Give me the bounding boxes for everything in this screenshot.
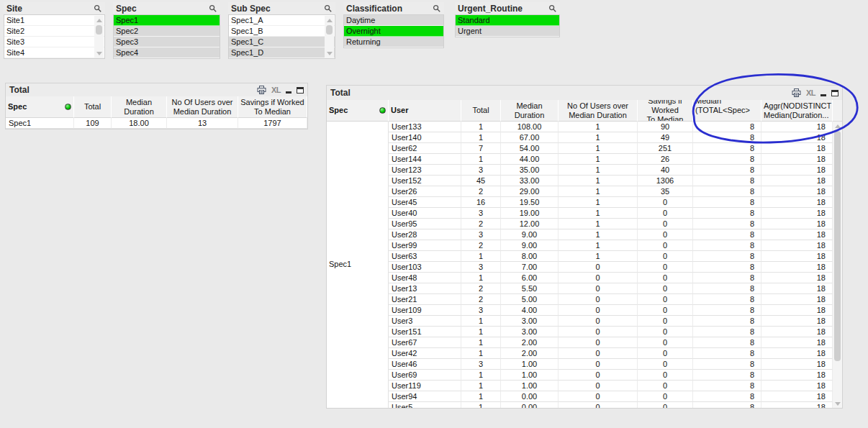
value-cell[interactable]: 19.00 [501,208,559,219]
value-cell[interactable]: 54.00 [501,143,559,154]
value-cell[interactable]: 3 [461,165,501,176]
value-cell[interactable]: 0 [559,337,638,348]
summary-cell[interactable]: 109 [74,118,112,129]
value-cell[interactable]: 8 [693,316,761,327]
value-cell[interactable]: 8 [693,240,761,251]
column-header[interactable]: Median Duration [501,100,559,122]
listbox-item-Overnight[interactable]: Overnight [344,26,443,37]
value-cell[interactable]: 108.00 [501,122,559,132]
value-cell[interactable]: 18 [761,283,833,294]
search-icon[interactable] [209,4,217,13]
user-cell[interactable]: User45 [389,197,461,208]
value-cell[interactable]: 0 [559,262,638,273]
user-cell[interactable]: User40 [389,208,461,219]
value-cell[interactable]: 251 [638,143,693,154]
search-icon[interactable] [548,4,557,13]
value-cell[interactable]: 90 [638,122,693,132]
value-cell[interactable]: 8 [693,359,761,370]
value-cell[interactable]: 3.00 [501,316,559,327]
listbox-item-Spec1_B[interactable]: Spec1_B [229,26,335,37]
value-cell[interactable]: 3 [461,229,501,240]
value-cell[interactable]: 8 [693,283,761,294]
value-cell[interactable]: 0 [559,327,638,337]
value-cell[interactable]: 29.00 [501,186,559,197]
value-cell[interactable]: 1 [461,370,501,381]
listbox-item-Daytime[interactable]: Daytime [344,15,443,26]
user-cell[interactable]: User151 [389,327,461,337]
user-cell[interactable]: User13 [389,283,461,294]
user-cell[interactable]: User69 [389,370,461,381]
value-cell[interactable]: 0 [559,391,638,402]
scroll-down-button[interactable] [833,399,842,408]
value-cell[interactable]: 0 [638,283,693,294]
minimize-icon[interactable] [286,91,291,94]
value-cell[interactable]: 7 [461,143,501,154]
value-cell[interactable]: 8 [693,143,761,154]
value-cell[interactable]: 3 [461,262,501,273]
value-cell[interactable]: 1 [559,219,638,229]
user-cell[interactable]: User109 [389,305,461,316]
listbox-item-Site1[interactable]: Site1 [4,15,104,26]
value-cell[interactable]: 19.50 [501,197,559,208]
value-cell[interactable]: 1 [559,229,638,240]
maximize-icon[interactable] [831,90,838,96]
value-cell[interactable]: 9.00 [501,240,559,251]
value-cell[interactable]: 0 [559,305,638,316]
value-cell[interactable]: 0 [559,402,638,408]
value-cell[interactable]: 6.00 [501,273,559,283]
scroll-down-button[interactable] [325,49,334,58]
value-cell[interactable]: 18 [761,294,833,305]
value-cell[interactable]: 18 [761,122,833,132]
user-cell[interactable]: User42 [389,348,461,359]
value-cell[interactable]: 1 [461,348,501,359]
value-cell[interactable]: 0 [638,381,693,391]
column-header[interactable]: No Of Users over Median Duration [559,100,638,122]
value-cell[interactable]: 0 [638,370,693,381]
user-cell[interactable]: User28 [389,229,461,240]
listbox-item-Spec1_A[interactable]: Spec1_A [229,15,335,26]
spec-merged-cell[interactable]: Spec1 [327,122,389,408]
value-cell[interactable]: 8 [693,165,761,176]
value-cell[interactable]: 18 [761,359,833,370]
value-cell[interactable]: 0 [638,305,693,316]
value-cell[interactable]: 18 [761,229,833,240]
column-header[interactable]: Spec [327,100,389,122]
value-cell[interactable]: 8 [693,186,761,197]
value-cell[interactable]: 8 [693,402,761,408]
value-cell[interactable]: 0 [638,208,693,219]
value-cell[interactable]: 8 [693,251,761,262]
value-cell[interactable]: 8 [693,208,761,219]
value-cell[interactable]: 1 [559,208,638,219]
column-header[interactable]: Total [461,100,501,122]
value-cell[interactable]: 1306 [638,176,693,186]
scroll-up-button[interactable] [94,16,104,24]
user-cell[interactable]: User63 [389,251,461,262]
value-cell[interactable]: 3 [461,359,501,370]
listbox-caption[interactable]: Site [4,2,105,14]
listbox-item-Standard[interactable]: Standard [456,15,559,26]
value-cell[interactable]: 18 [761,327,833,337]
value-cell[interactable]: 40 [638,165,693,176]
value-cell[interactable]: 1 [461,402,501,408]
value-cell[interactable]: 45 [461,176,501,186]
value-cell[interactable]: 0 [638,262,693,273]
value-cell[interactable]: 18 [761,381,833,391]
listbox-item-Spec1_C[interactable]: Spec1_C [229,37,335,47]
excel-export-icon[interactable]: XL [806,88,815,97]
value-cell[interactable]: 3 [461,305,501,316]
value-cell[interactable]: 8 [693,122,761,132]
value-cell[interactable]: 1 [461,122,501,132]
column-header[interactable]: Savings if Worked To Median [638,100,693,122]
listbox-scrollbar[interactable] [325,16,334,58]
value-cell[interactable]: 18 [761,165,833,176]
summary-cell[interactable]: 1797 [238,118,307,129]
value-cell[interactable]: 1 [461,316,501,327]
column-header[interactable]: Aggr(NODISTINCT Median(Duration... [761,100,833,122]
value-cell[interactable]: 0 [559,273,638,283]
value-cell[interactable]: 8 [693,294,761,305]
value-cell[interactable]: 0 [559,370,638,381]
value-cell[interactable]: 1.00 [501,359,559,370]
value-cell[interactable]: 1 [559,143,638,154]
column-header[interactable]: Spec [6,96,74,118]
value-cell[interactable]: 2.00 [501,348,559,359]
